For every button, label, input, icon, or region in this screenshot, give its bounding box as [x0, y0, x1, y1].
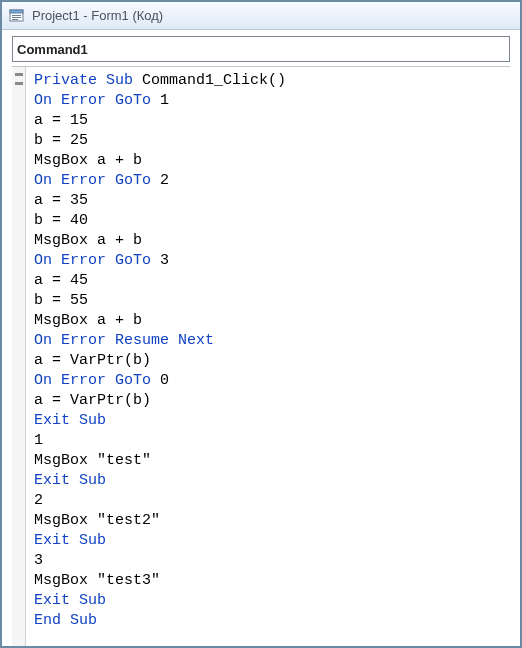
- code-token: MsgBox a + b: [34, 152, 142, 169]
- code-editor[interactable]: Private Sub Command1_Click()On Error GoT…: [26, 67, 510, 646]
- svg-rect-4: [12, 19, 18, 20]
- code-line: On Error GoTo 1: [34, 91, 506, 111]
- code-line: Exit Sub: [34, 531, 506, 551]
- keyword-token: End Sub: [34, 612, 97, 629]
- code-line: On Error GoTo 0: [34, 371, 506, 391]
- code-line: Exit Sub: [34, 591, 506, 611]
- code-line: On Error Resume Next: [34, 331, 506, 351]
- code-token: MsgBox a + b: [34, 312, 142, 329]
- code-line: a = 35: [34, 191, 506, 211]
- code-line: Exit Sub: [34, 471, 506, 491]
- code-line: MsgBox a + b: [34, 151, 506, 171]
- code-token: 2: [151, 172, 169, 189]
- code-line: End Sub: [34, 611, 506, 631]
- code-token: 3: [34, 552, 43, 569]
- object-dropdown[interactable]: Command1: [12, 36, 510, 62]
- code-line: MsgBox "test": [34, 451, 506, 471]
- code-line: MsgBox a + b: [34, 311, 506, 331]
- code-line: 2: [34, 491, 506, 511]
- code-line: MsgBox "test2": [34, 511, 506, 531]
- code-token: 3: [151, 252, 169, 269]
- code-line: b = 25: [34, 131, 506, 151]
- keyword-token: Exit Sub: [34, 592, 106, 609]
- code-line: 1: [34, 431, 506, 451]
- code-line: a = VarPtr(b): [34, 351, 506, 371]
- code-line: 3: [34, 551, 506, 571]
- code-window: Project1 - Form1 (Код) Command1 Private …: [0, 0, 522, 648]
- keyword-token: Exit Sub: [34, 472, 106, 489]
- svg-rect-1: [10, 10, 23, 13]
- code-line: a = 15: [34, 111, 506, 131]
- titlebar[interactable]: Project1 - Form1 (Код): [2, 2, 520, 30]
- code-line: a = VarPtr(b): [34, 391, 506, 411]
- code-token: 1: [34, 432, 43, 449]
- code-line: On Error GoTo 2: [34, 171, 506, 191]
- code-token: MsgBox "test2": [34, 512, 160, 529]
- code-token: a = 15: [34, 112, 88, 129]
- form-icon: [8, 7, 26, 25]
- code-token: a = 35: [34, 192, 88, 209]
- keyword-token: On Error Resume Next: [34, 332, 214, 349]
- code-line: MsgBox a + b: [34, 231, 506, 251]
- svg-rect-3: [12, 17, 21, 18]
- keyword-token: Exit Sub: [34, 532, 106, 549]
- margin-indicator-bar[interactable]: [12, 67, 26, 646]
- code-line: b = 55: [34, 291, 506, 311]
- code-token: a = VarPtr(b): [34, 392, 151, 409]
- keyword-token: On Error GoTo: [34, 372, 151, 389]
- code-line: b = 40: [34, 211, 506, 231]
- line-mark-icon: [15, 82, 23, 85]
- keyword-token: On Error GoTo: [34, 92, 151, 109]
- keyword-token: On Error GoTo: [34, 172, 151, 189]
- code-token: MsgBox "test3": [34, 572, 160, 589]
- code-token: MsgBox a + b: [34, 232, 142, 249]
- code-line: Exit Sub: [34, 411, 506, 431]
- code-line: On Error GoTo 3: [34, 251, 506, 271]
- keyword-token: Exit Sub: [34, 412, 106, 429]
- line-mark-icon: [15, 73, 23, 76]
- keyword-token: On Error GoTo: [34, 252, 151, 269]
- code-token: MsgBox "test": [34, 452, 151, 469]
- code-token: a = VarPtr(b): [34, 352, 151, 369]
- code-token: b = 40: [34, 212, 88, 229]
- code-line: a = 45: [34, 271, 506, 291]
- code-token: 2: [34, 492, 43, 509]
- code-token: b = 55: [34, 292, 88, 309]
- code-line: Private Sub Command1_Click(): [34, 71, 506, 91]
- code-token: 1: [151, 92, 169, 109]
- object-dropdown-value: Command1: [17, 42, 88, 57]
- code-line: MsgBox "test3": [34, 571, 506, 591]
- svg-rect-2: [12, 15, 21, 16]
- code-token: a = 45: [34, 272, 88, 289]
- window-title: Project1 - Form1 (Код): [32, 8, 163, 23]
- code-token: b = 25: [34, 132, 88, 149]
- code-token: Command1_Click(): [133, 72, 286, 89]
- code-token: 0: [151, 372, 169, 389]
- keyword-token: Private Sub: [34, 72, 133, 89]
- editor-area: Private Sub Command1_Click()On Error GoT…: [12, 66, 510, 646]
